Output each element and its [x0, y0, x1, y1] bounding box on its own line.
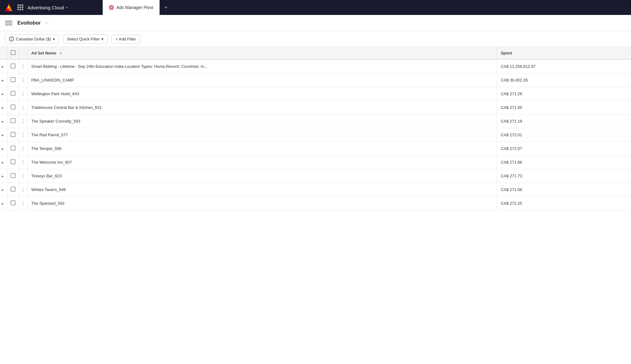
- row-checkbox[interactable]: [11, 200, 16, 205]
- table-row: ► ⋮ Wellington Park Hotel_643 CA$ 271.28: [0, 87, 631, 101]
- row-spent: CA$ 271.73: [497, 169, 631, 183]
- table-header-row: Ad Set Name ▼ Spent: [0, 47, 631, 59]
- row-expand-button[interactable]: ►: [1, 106, 4, 110]
- row-adset-name: Whites Tavern_646: [27, 183, 497, 197]
- row-expand-button[interactable]: ►: [1, 79, 4, 82]
- row-adset-name: Smart Bidding - Lifetime - Sep 24th-Educ…: [27, 59, 497, 73]
- row-context-menu-button[interactable]: ⋮: [21, 132, 26, 138]
- table-row: ► ⋮ Tradehouse Central Bar & Kitchen_631…: [0, 101, 631, 114]
- table-row: ► ⋮ The Spaniard_592 CA$ 272.25: [0, 197, 631, 210]
- table-row: ► ⋮ The Red Parrot_577 CA$ 272.01: [0, 128, 631, 142]
- row-expand-cell: ►: [0, 59, 7, 73]
- row-expand-cell: ►: [0, 197, 7, 210]
- row-checkbox-cell: [7, 73, 19, 87]
- row-checkbox[interactable]: [11, 77, 16, 82]
- row-expand-button[interactable]: ►: [1, 65, 4, 68]
- row-expand-button[interactable]: ►: [1, 188, 4, 192]
- row-checkbox-cell: [7, 128, 19, 142]
- add-tab-button[interactable]: +: [160, 0, 172, 15]
- row-context-menu-button[interactable]: ⋮: [21, 187, 26, 192]
- tab-settings-icon: ⚙: [109, 5, 114, 10]
- row-checkbox[interactable]: [11, 146, 16, 151]
- tab-bar: ⚙ Ads Manager Pivot +: [103, 0, 631, 15]
- row-checkbox[interactable]: [11, 63, 16, 68]
- row-checkbox-cell: [7, 142, 19, 156]
- quick-filter-label: Select Quick Filter: [67, 37, 100, 41]
- row-context-menu-button[interactable]: ⋮: [21, 160, 26, 165]
- row-checkbox[interactable]: [11, 118, 16, 123]
- row-expand-button[interactable]: ►: [1, 92, 4, 96]
- row-context-menu-button[interactable]: ⋮: [21, 77, 26, 83]
- favorite-star-icon[interactable]: ☆: [44, 20, 49, 26]
- row-adset-name: The Speaker Connolly_593: [27, 114, 497, 128]
- row-spent: CA$ 272.01: [497, 128, 631, 142]
- row-menu-cell: ⋮: [19, 87, 27, 101]
- row-menu-cell: ⋮: [19, 183, 27, 197]
- row-expand-button[interactable]: ►: [1, 175, 4, 178]
- table-row: ► ⋮ Tinneys Bar_623 CA$ 271.73: [0, 169, 631, 183]
- row-adset-name: The Temple_598: [27, 142, 497, 156]
- row-expand-button[interactable]: ►: [1, 161, 4, 164]
- row-adset-name: The Spaniard_592: [27, 197, 497, 210]
- hamburger-menu-icon[interactable]: [5, 19, 12, 27]
- row-expand-button[interactable]: ►: [1, 147, 4, 151]
- row-expand-cell: ►: [0, 87, 7, 101]
- app-name[interactable]: Advertising Cloud ▾: [27, 5, 68, 10]
- row-context-menu-button[interactable]: ⋮: [21, 64, 26, 69]
- grid-icon[interactable]: [17, 4, 24, 11]
- row-checkbox[interactable]: [11, 159, 16, 164]
- row-checkbox-cell: [7, 87, 19, 101]
- header-checkbox[interactable]: [11, 50, 16, 55]
- data-table-container: Ad Set Name ▼ Spent ► ⋮ Smart Bidding - …: [0, 47, 631, 210]
- row-expand-cell: ►: [0, 142, 7, 156]
- row-checkbox[interactable]: [11, 132, 16, 137]
- adobe-logo-icon: [4, 2, 14, 12]
- th-adset-label: Ad Set Name: [31, 51, 56, 55]
- currency-chevron-icon: ▾: [53, 37, 55, 41]
- row-expand-cell: ►: [0, 169, 7, 183]
- row-context-menu-button[interactable]: ⋮: [21, 173, 26, 179]
- th-spent: Spent: [497, 47, 631, 59]
- row-spent: CA$ 271.50: [497, 101, 631, 114]
- table-row: ► ⋮ PBA_LINKEDIN_CAMP CA$ 30,452.26: [0, 73, 631, 87]
- add-filter-button[interactable]: + Add Filter: [111, 35, 140, 44]
- row-checkbox[interactable]: [11, 173, 16, 178]
- quick-filter-chevron-icon: ▾: [101, 37, 104, 41]
- row-expand-cell: ►: [0, 128, 7, 142]
- table-row: ► ⋮ The Welcome Inn_607 CA$ 271.66: [0, 156, 631, 169]
- row-checkbox[interactable]: [11, 105, 16, 110]
- row-expand-button[interactable]: ►: [1, 120, 4, 123]
- row-adset-name: The Welcome Inn_607: [27, 156, 497, 169]
- th-expand: [0, 47, 7, 59]
- row-checkbox[interactable]: [11, 91, 16, 96]
- row-spent: CA$ 11,256,612.87: [497, 59, 631, 73]
- row-menu-cell: ⋮: [19, 101, 27, 114]
- row-expand-button[interactable]: ►: [1, 202, 4, 205]
- row-spent: CA$ 30,452.26: [497, 73, 631, 87]
- currency-label: Canadian Dollar ($): [16, 37, 51, 41]
- row-menu-cell: ⋮: [19, 59, 27, 73]
- app-name-label: Advertising Cloud: [27, 5, 64, 10]
- table-row: ► ⋮ The Temple_598 CA$ 272.07: [0, 142, 631, 156]
- add-filter-label: + Add Filter: [115, 37, 136, 41]
- th-adset-name[interactable]: Ad Set Name ▼: [27, 47, 497, 59]
- row-menu-cell: ⋮: [19, 73, 27, 87]
- row-spent: CA$ 271.58: [497, 183, 631, 197]
- row-spent: CA$ 271.66: [497, 156, 631, 169]
- ads-manager-pivot-tab[interactable]: ⚙ Ads Manager Pivot: [103, 0, 160, 15]
- row-context-menu-button[interactable]: ⋮: [21, 105, 26, 110]
- quick-filter-button[interactable]: Select Quick Filter ▾: [63, 35, 108, 44]
- row-context-menu-button[interactable]: ⋮: [21, 146, 26, 151]
- row-checkbox-cell: [7, 197, 19, 210]
- row-expand-cell: ►: [0, 73, 7, 87]
- row-context-menu-button[interactable]: ⋮: [21, 119, 26, 124]
- currency-selector-button[interactable]: i Canadian Dollar ($) ▾: [5, 34, 59, 44]
- row-context-menu-button[interactable]: ⋮: [21, 201, 26, 206]
- table-row: ► ⋮ Whites Tavern_646 CA$ 271.58: [0, 183, 631, 197]
- th-checkbox[interactable]: [7, 47, 19, 59]
- row-checkbox[interactable]: [11, 187, 16, 192]
- app-chevron-icon: ▾: [66, 6, 68, 9]
- row-adset-name: Tinneys Bar_623: [27, 169, 497, 183]
- row-context-menu-button[interactable]: ⋮: [21, 91, 26, 96]
- row-expand-button[interactable]: ►: [1, 133, 4, 137]
